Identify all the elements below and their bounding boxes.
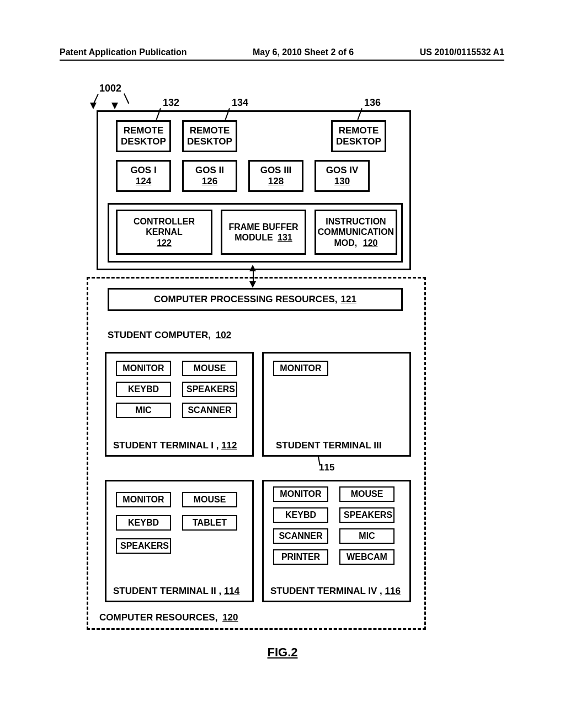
- gos-4-num: 130: [334, 176, 350, 187]
- gos-4: GOS IV 130: [315, 160, 370, 192]
- fb-l1: FRAME BUFFER: [228, 222, 298, 232]
- student-computer-label: STUDENT COMPUTER, 102: [108, 330, 231, 341]
- icm-l2: COMMUNICATION: [318, 227, 394, 237]
- icm-l3: MOD,: [334, 238, 358, 248]
- publication-label: Patent Application Publication: [60, 47, 187, 57]
- lead-1002: 1002: [99, 83, 121, 94]
- dev-mouse: MOUSE: [182, 361, 237, 376]
- lead-132: 132: [163, 97, 179, 109]
- remote-desktop-2: REMOTE DESKTOP: [182, 120, 237, 152]
- gos-1-name: GOS I: [130, 165, 156, 176]
- dev-keybd: KEYBD: [116, 515, 171, 531]
- dev-monitor: MONITOR: [116, 492, 171, 507]
- frame-buffer-module: FRAME BUFFER MODULE 131: [221, 210, 306, 255]
- dev-speakers: SPEAKERS: [182, 382, 237, 397]
- dev-scanner: SCANNER: [273, 528, 328, 544]
- arrow-icon: [111, 103, 118, 109]
- cpr-num: 121: [341, 294, 356, 305]
- cpr-label: COMPUTER PROCESSING RESOURCES,: [154, 294, 338, 305]
- gos-2-name: GOS II: [195, 165, 224, 176]
- terminal-4-label: STUDENT TERMINAL IV , 116: [270, 586, 401, 597]
- remote-desktop-3: REMOTE DESKTOP: [331, 120, 386, 152]
- dev-keybd: KEYBD: [116, 382, 171, 397]
- gos-3-num: 128: [268, 176, 284, 187]
- gos-1: GOS I 124: [116, 160, 171, 192]
- figure-diagram: 1002 132 134 136 REMOTE DESKTOP REMOTE D…: [83, 83, 436, 634]
- instruction-comm-mod: INSTRUCTION COMMUNICATION MOD, 120: [315, 210, 397, 255]
- dev-mic: MIC: [116, 403, 171, 418]
- dev-speakers: SPEAKERS: [339, 507, 395, 523]
- dev-keybd: KEYBD: [273, 507, 328, 523]
- dev-mouse: MOUSE: [339, 486, 395, 502]
- dev-webcam: WEBCAM: [339, 549, 395, 565]
- terminal-3-label: STUDENT TERMINAL III: [276, 440, 381, 451]
- kernel-l2: KERNAL: [146, 227, 183, 237]
- leader-line: [124, 93, 129, 104]
- gos-3: GOS III 128: [248, 160, 303, 192]
- computer-resources-label: COMPUTER RESOURCES, 120: [99, 612, 238, 623]
- kernel-l1: CONTROLLER: [134, 216, 195, 227]
- fb-num: 131: [278, 233, 292, 242]
- dev-speakers: SPEAKERS: [116, 538, 171, 554]
- dev-mic: MIC: [339, 528, 395, 544]
- dev-tablet: TABLET: [182, 515, 237, 531]
- dev-mouse: MOUSE: [182, 492, 237, 507]
- remote-desktop-1: REMOTE DESKTOP: [116, 120, 171, 152]
- terminal-2-label: STUDENT TERMINAL II , 114: [113, 586, 239, 597]
- fb-l2: MODULE: [234, 233, 273, 242]
- dev-scanner: SCANNER: [182, 403, 237, 418]
- lead-115: 115: [319, 462, 334, 473]
- gos-2: GOS II 126: [182, 160, 237, 192]
- patent-number: US 2010/0115532 A1: [420, 47, 504, 57]
- gos-1-num: 124: [136, 176, 151, 187]
- dev-monitor: MONITOR: [273, 361, 328, 376]
- sheet-info: May 6, 2010 Sheet 2 of 6: [253, 47, 354, 57]
- controller-kernel: CONTROLLER KERNAL 122: [116, 210, 212, 255]
- gos-2-num: 126: [202, 176, 217, 187]
- page-header: Patent Application Publication May 6, 20…: [0, 47, 565, 61]
- lead-136: 136: [364, 97, 381, 109]
- gos-4-name: GOS IV: [326, 165, 359, 176]
- dev-printer: PRINTER: [273, 549, 328, 565]
- computer-processing-resources: COMPUTER PROCESSING RESOURCES, 121: [108, 288, 403, 311]
- icm-num: 120: [363, 238, 378, 248]
- figure-label: FIG.2: [0, 645, 565, 660]
- kernel-num: 122: [157, 238, 172, 248]
- gos-3-name: GOS III: [260, 165, 292, 176]
- dev-monitor: MONITOR: [273, 486, 328, 502]
- icm-l1: INSTRUCTION: [326, 216, 386, 227]
- dev-monitor: MONITOR: [116, 361, 171, 376]
- arrow-up-icon: [249, 265, 256, 271]
- terminal-1-label: STUDENT TERMINAL I , 112: [113, 440, 237, 451]
- lead-134: 134: [232, 97, 248, 109]
